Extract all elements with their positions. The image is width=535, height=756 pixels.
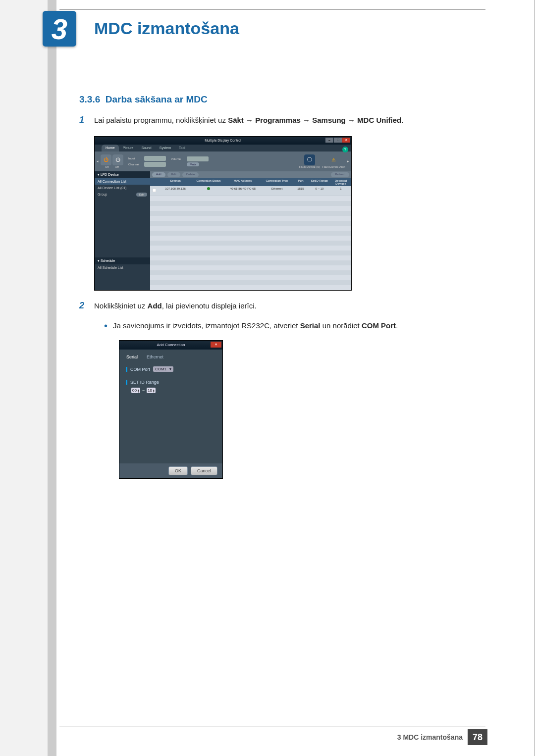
tab-serial[interactable]: Serial <box>126 354 138 359</box>
channel-stepper[interactable] <box>144 162 166 167</box>
dialog-close-button[interactable]: × <box>211 342 221 348</box>
add-button[interactable]: Add <box>152 172 165 177</box>
side-schedule[interactable]: ▾ Schedule <box>95 257 150 264</box>
section-heading: 3.3.6 Darba sākšana ar MDC <box>79 94 466 105</box>
comport-dropdown[interactable]: COM1 ▾ <box>153 366 173 372</box>
mdc-titlebar: Multiple Display Control – □ × <box>95 137 351 145</box>
fault-alert-icon[interactable]: ⚠ <box>328 154 339 165</box>
setid-to-stepper[interactable]: 10 ▴▾ <box>147 388 156 393</box>
page-bottom-rule <box>59 726 485 726</box>
table-row[interactable]: 107.108.89.126 40-61-86-4E-FC-65 Etherne… <box>150 186 351 195</box>
page-side-stripe <box>48 0 56 756</box>
edit-button[interactable]: Edit <box>167 172 180 177</box>
bullet-item: • Ja savienojums ir izveidots, izmantojo… <box>104 321 466 330</box>
step-1-text: Lai palaistu programmu, noklikšķiniet uz… <box>94 115 466 126</box>
chapter-number: 3 <box>52 12 67 46</box>
page-top-rule <box>59 9 485 9</box>
mdc-sidebar: ▾ LFD Device All Connection List All Dev… <box>95 171 150 290</box>
connection-status-dot <box>193 186 224 195</box>
step-1-number: 1 <box>79 115 94 126</box>
section-title: Darba sākšana ar MDC <box>106 94 208 104</box>
mdc-toolbar: ◂ ⏻ ⏻ On Off Input Channel Volume Mute <box>95 151 351 171</box>
help-icon[interactable]: ? <box>342 147 348 152</box>
chevron-down-icon: ▾ <box>169 367 171 371</box>
field-marker-icon <box>126 367 127 372</box>
power-on-button[interactable]: ⏻ <box>101 154 111 165</box>
tab-ethernet[interactable]: Ethernet <box>147 354 163 359</box>
window-minimize-button[interactable]: – <box>325 138 333 143</box>
refresh-button[interactable]: Refresh <box>331 172 349 177</box>
cancel-button[interactable]: Cancel <box>191 466 217 475</box>
side-group[interactable]: GroupEdit <box>95 191 150 198</box>
row-checkbox[interactable] <box>152 188 156 192</box>
setid-from-stepper[interactable]: 00 ▴▾ <box>131 388 140 393</box>
side-edit-button[interactable]: Edit <box>136 193 147 197</box>
setid-label: SET ID Range <box>130 380 159 385</box>
mdc-menubar: Home Picture Sound System Tool <box>95 145 351 151</box>
section-number: 3.3.6 <box>79 94 100 104</box>
add-connection-dialog: Add Connection × Serial Ethernet COM Por… <box>119 340 223 479</box>
mdc-table-header: Settings Connection Status MAC Address C… <box>150 178 351 186</box>
side-lfd-device[interactable]: ▾ LFD Device <box>95 171 150 178</box>
menu-picture[interactable]: Picture <box>119 145 138 151</box>
menu-sound[interactable]: Sound <box>137 145 155 151</box>
mdc-actionbar: Add Edit Delete Refresh <box>150 171 351 178</box>
window-close-button[interactable]: × <box>342 138 350 143</box>
page-number: 78 <box>468 729 487 745</box>
input-select[interactable] <box>144 156 166 161</box>
mdc-window-screenshot: Multiple Display Control – □ × Home Pict… <box>94 136 352 291</box>
step-2-number: 2 <box>79 301 94 312</box>
side-all-device-list[interactable]: All Device List (01) <box>95 185 150 191</box>
chapter-title: MDC izmantošana <box>94 19 239 38</box>
ok-button[interactable]: OK <box>168 466 188 475</box>
range-separator: ~ <box>142 388 145 393</box>
step-2-text: Noklikšķiniet uz Add, lai pievienotu dis… <box>94 301 466 312</box>
side-all-schedule[interactable]: All Schedule List <box>95 264 150 271</box>
dialog-titlebar: Add Connection × <box>119 341 222 350</box>
menu-system[interactable]: System <box>156 145 175 151</box>
bullet-icon: • <box>104 321 113 330</box>
menu-tool[interactable]: Tool <box>175 145 189 151</box>
menu-home[interactable]: Home <box>102 145 119 151</box>
side-all-connection[interactable]: All Connection List <box>95 178 150 185</box>
window-maximize-button[interactable]: □ <box>334 138 342 143</box>
comport-label: COM Port <box>130 367 150 372</box>
delete-button[interactable]: Delete <box>182 172 199 177</box>
mute-button[interactable]: Mute <box>187 162 199 166</box>
footer-text: 3 MDC izmantošana <box>397 733 463 741</box>
power-off-button[interactable]: ⏻ <box>112 154 123 165</box>
fault-device-icon[interactable]: 🖵 <box>304 154 315 165</box>
chapter-badge: 3 <box>43 11 76 47</box>
field-marker-icon <box>126 380 127 385</box>
volume-select[interactable] <box>187 156 209 161</box>
